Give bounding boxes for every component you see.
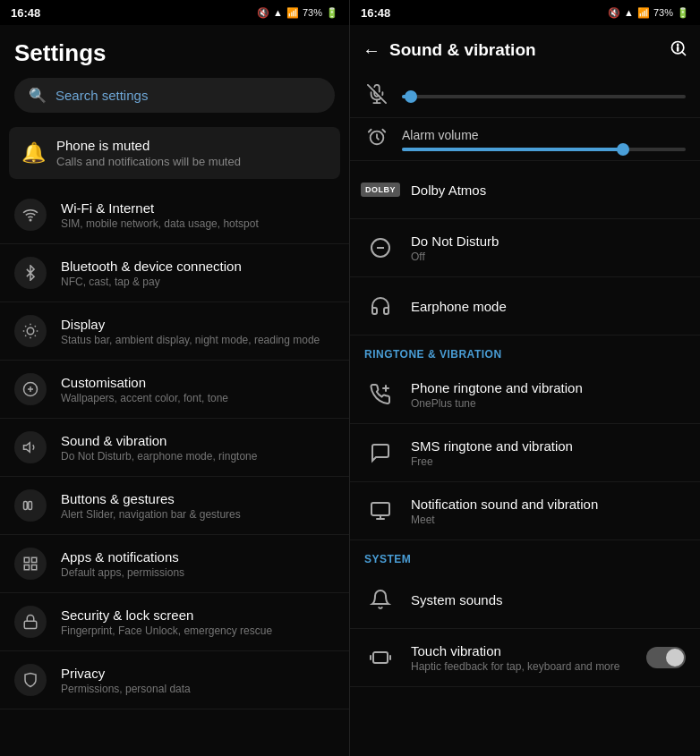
phone-ringtone-item[interactable]: Phone ringtone and vibration OnePlus tun… [350, 366, 700, 424]
left-status-time: 16:48 [11, 6, 40, 20]
svg-line-4 [25, 326, 26, 327]
setting-item-bluetooth[interactable]: Bluetooth & device connection NFC, cast,… [0, 244, 349, 302]
setting-icon-apps [14, 548, 47, 580]
phone-muted-banner[interactable]: 🔔 Phone is muted Calls and notifications… [9, 127, 340, 179]
phone-ringtone-icon [364, 378, 397, 411]
setting-icon-privacy [14, 664, 47, 696]
left-status-bar: 16:48 🔇 ▲ 📶 73% 🔋 [0, 0, 349, 25]
setting-icon-wifi [14, 199, 47, 231]
search-input-label: Search settings [55, 88, 148, 103]
setting-icon-customisation [14, 373, 47, 405]
setting-sub-bluetooth: NFC, cast, tap & pay [61, 276, 242, 288]
ringer-slider[interactable] [402, 95, 686, 98]
earphone-title: Earphone mode [411, 299, 507, 314]
setting-item-privacy[interactable]: Privacy Permissions, personal data [0, 651, 349, 709]
right-status-icons: 🔇 ▲ 📶 73% 🔋 [608, 7, 689, 19]
touch-vibration-toggle[interactable] [646, 647, 686, 668]
phone-ringtone-text: Phone ringtone and vibration OnePlus tun… [411, 380, 583, 410]
touch-vibration-item[interactable]: Touch vibration Haptic feedback for tap,… [350, 629, 700, 687]
setting-item-display[interactable]: Display Status bar, ambient display, nig… [0, 302, 349, 361]
dolby-text: Dolby Atmos [411, 183, 486, 198]
svg-rect-17 [32, 565, 37, 570]
svg-rect-31 [371, 503, 389, 515]
right-wifi-icon: ▲ [624, 7, 634, 18]
system-sounds-title: System sounds [411, 592, 503, 607]
svg-point-0 [30, 219, 31, 221]
alarm-slider[interactable]: Alarm volume [402, 128, 686, 151]
sv-header: ← Sound & vibration [350, 25, 700, 75]
sv-search-button[interactable] [670, 39, 687, 62]
alarm-track [402, 148, 686, 151]
phone-muted-icon: 🔔 [21, 141, 46, 165]
setting-item-buttons[interactable]: Buttons & gestures Alert Slider, navigat… [0, 477, 349, 535]
setting-text-security: Security & lock screen Fingerprint, Face… [61, 607, 272, 637]
svg-rect-15 [32, 557, 37, 562]
setting-icon-bluetooth [14, 257, 47, 289]
svg-rect-16 [24, 565, 29, 570]
right-status-bar: 16:48 🔇 ▲ 📶 73% 🔋 [350, 0, 700, 25]
setting-title-display: Display [61, 317, 320, 332]
setting-sub-customisation: Wallpapers, accent color, font, tone [61, 392, 228, 404]
phone-muted-sub: Calls and notifications will be muted [56, 155, 241, 168]
setting-text-customisation: Customisation Wallpapers, accent color, … [61, 375, 228, 404]
search-bar[interactable]: 🔍 Search settings [14, 78, 335, 113]
ringer-volume-row [350, 75, 700, 118]
svg-rect-12 [24, 502, 28, 510]
touch-vibration-text: Touch vibration Haptic feedback for tap,… [411, 643, 619, 673]
signal-icon: 📶 [286, 7, 299, 19]
touch-vibration-title: Touch vibration [411, 643, 619, 658]
toggle-knob [666, 649, 684, 667]
phone-muted-title: Phone is muted [56, 138, 241, 153]
setting-text-apps: Apps & notifications Default apps, permi… [61, 549, 184, 579]
svg-line-8 [25, 336, 26, 336]
sv-title: Sound & vibration [389, 40, 661, 60]
setting-title-privacy: Privacy [61, 666, 191, 681]
sms-ringtone-title: SMS ringtone and vibration [411, 438, 573, 454]
setting-text-display: Display Status bar, ambient display, nig… [61, 317, 320, 346]
dnd-sub: Off [411, 251, 499, 263]
right-status-time: 16:48 [361, 6, 390, 20]
dolby-item[interactable]: DOLBY Dolby Atmos [350, 161, 700, 219]
setting-item-sound[interactable]: Sound & vibration Do Not Disturb, earpho… [0, 419, 349, 477]
sms-ringtone-icon [364, 437, 397, 469]
ringer-thumb [405, 90, 417, 103]
setting-text-buttons: Buttons & gestures Alert Slider, navigat… [61, 491, 241, 521]
dnd-item[interactable]: Do Not Disturb Off [350, 219, 700, 277]
system-sounds-item[interactable]: System sounds [350, 571, 700, 629]
settings-list: Wi-Fi & Internet SIM, mobile network, da… [0, 183, 349, 756]
setting-icon-display [14, 315, 47, 347]
setting-icon-buttons [14, 489, 47, 522]
system-sounds-icon [364, 583, 397, 616]
page-title: Settings [0, 25, 349, 78]
notif-sound-icon [364, 495, 397, 527]
setting-icon-security [14, 606, 47, 638]
earphone-icon [364, 290, 397, 322]
alarm-fill [402, 148, 623, 151]
setting-item-wifi[interactable]: Wi-Fi & Internet SIM, mobile network, da… [0, 186, 349, 244]
right-battery-text: 73% [653, 7, 673, 18]
earphone-item[interactable]: Earphone mode [350, 277, 700, 336]
right-battery-icon: 🔋 [677, 7, 689, 19]
setting-title-wifi: Wi-Fi & Internet [61, 200, 259, 216]
left-panel: 16:48 🔇 ▲ 📶 73% 🔋 Settings 🔍 Search sett… [0, 0, 350, 756]
ringer-track [402, 95, 686, 98]
setting-item-security[interactable]: Security & lock screen Fingerprint, Face… [0, 593, 349, 651]
sv-content: Alarm volume DOLBY Dolby Atmos [350, 75, 700, 756]
toggle-switch[interactable] [646, 647, 686, 668]
svg-line-9 [35, 326, 36, 327]
touch-vibration-icon [364, 641, 397, 674]
right-signal-icon: 📶 [637, 7, 650, 19]
search-icon: 🔍 [29, 87, 47, 104]
setting-item-customisation[interactable]: Customisation Wallpapers, accent color, … [0, 361, 349, 419]
notif-sound-item[interactable]: Notification sound and vibration Meet [350, 482, 700, 540]
setting-sub-security: Fingerprint, Face Unlock, emergency resc… [61, 624, 272, 637]
back-button[interactable]: ← [363, 40, 380, 61]
notif-sound-sub: Meet [411, 514, 598, 526]
battery-icon: 🔋 [326, 7, 338, 19]
phone-ringtone-title: Phone ringtone and vibration [411, 380, 583, 395]
setting-text-sound: Sound & vibration Do Not Disturb, earpho… [61, 433, 257, 463]
left-status-icons: 🔇 ▲ 📶 73% 🔋 [257, 7, 338, 19]
setting-item-apps[interactable]: Apps & notifications Default apps, permi… [0, 535, 349, 593]
sms-ringtone-item[interactable]: SMS ringtone and vibration Free [350, 424, 700, 482]
system-sounds-text: System sounds [411, 592, 503, 607]
